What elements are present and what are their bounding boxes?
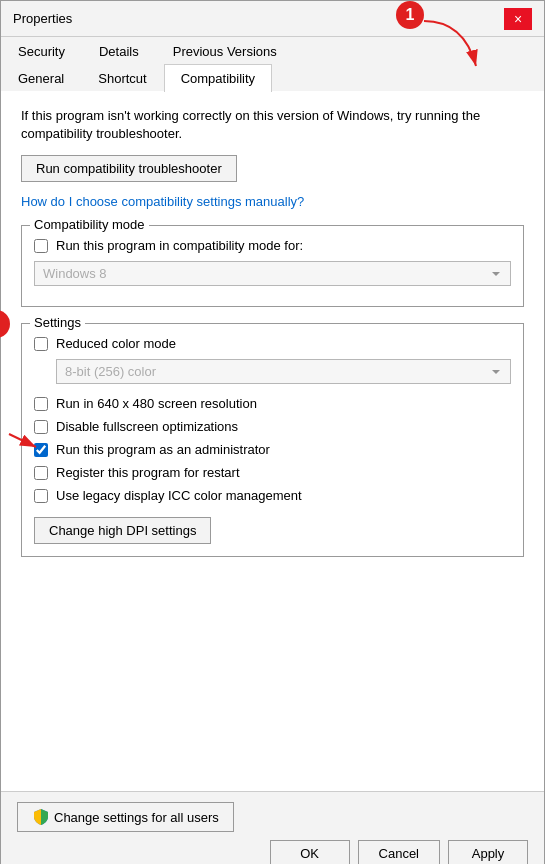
reduced-color-checkbox[interactable] [34, 337, 48, 351]
compatibility-mode-label: Compatibility mode [30, 217, 149, 232]
reduced-color-label[interactable]: Reduced color mode [56, 336, 176, 351]
register-restart-label[interactable]: Register this program for restart [56, 465, 240, 480]
compat-mode-select[interactable]: Windows 8 [34, 261, 511, 286]
run-640-checkbox[interactable] [34, 397, 48, 411]
register-restart-checkbox[interactable] [34, 466, 48, 480]
reduced-color-row: Reduced color mode [34, 336, 511, 351]
close-button[interactable]: × [504, 8, 532, 30]
run-640-row: Run in 640 x 480 screen resolution [34, 396, 511, 411]
compat-mode-checkbox-label[interactable]: Run this program in compatibility mode f… [56, 238, 303, 253]
legacy-icc-row: Use legacy display ICC color management [34, 488, 511, 503]
tab-details[interactable]: Details [82, 37, 156, 65]
run-640-label[interactable]: Run in 640 x 480 screen resolution [56, 396, 257, 411]
tab-shortcut[interactable]: Shortcut [81, 64, 163, 92]
info-description: If this program isn't working correctly … [21, 107, 524, 143]
shield-icon [32, 808, 50, 826]
legacy-icc-label[interactable]: Use legacy display ICC color management [56, 488, 302, 503]
change-dpi-button[interactable]: Change high DPI settings [34, 517, 211, 544]
run-admin-label[interactable]: Run this program as an administrator [56, 442, 270, 457]
legacy-icc-checkbox[interactable] [34, 489, 48, 503]
annotation-badge-1: 1 [396, 1, 424, 29]
tab-previous-versions[interactable]: Previous Versions [156, 37, 294, 65]
tab-security[interactable]: Security [1, 37, 82, 65]
run-troubleshooter-button[interactable]: Run compatibility troubleshooter [21, 155, 237, 182]
tab-row-2: General Shortcut Compatibility [1, 64, 544, 91]
compatibility-mode-group: Compatibility mode Run this program in c… [21, 225, 524, 307]
footer: Change settings for all users OK Cancel … [1, 791, 544, 864]
run-admin-checkbox[interactable] [34, 443, 48, 457]
cancel-button[interactable]: Cancel [358, 840, 440, 864]
tab-general[interactable]: General [1, 64, 81, 92]
tab-container: Security Details Previous Versions Gener… [1, 37, 544, 91]
window-title: Properties [13, 11, 72, 26]
help-link[interactable]: How do I choose compatibility settings m… [21, 194, 524, 209]
title-bar: Properties × [1, 1, 544, 37]
run-admin-row: Run this program as an administrator [34, 442, 511, 457]
action-buttons: OK Cancel Apply [17, 840, 528, 864]
properties-dialog: Properties × Security Details Previous V… [0, 0, 545, 864]
color-select[interactable]: 8-bit (256) color [56, 359, 511, 384]
disable-fullscreen-label[interactable]: Disable fullscreen optimizations [56, 419, 238, 434]
compat-mode-checkbox[interactable] [34, 239, 48, 253]
disable-fullscreen-row: Disable fullscreen optimizations [34, 419, 511, 434]
settings-group-label: Settings [30, 315, 85, 330]
change-settings-row: Change settings for all users [17, 802, 528, 832]
change-settings-label: Change settings for all users [54, 810, 219, 825]
compat-mode-checkbox-row: Run this program in compatibility mode f… [34, 238, 511, 253]
ok-button[interactable]: OK [270, 840, 350, 864]
tab-compatibility[interactable]: Compatibility [164, 64, 272, 92]
tab-row-1: Security Details Previous Versions [1, 37, 544, 64]
apply-button[interactable]: Apply [448, 840, 528, 864]
change-settings-button[interactable]: Change settings for all users [17, 802, 234, 832]
settings-group: Settings 2 Reduced color mode 8-bit (256… [21, 323, 524, 557]
register-restart-row: Register this program for restart [34, 465, 511, 480]
disable-fullscreen-checkbox[interactable] [34, 420, 48, 434]
tab-content-compatibility: 1 If this program isn't working correctl… [1, 91, 544, 791]
annotation-badge-2: 2 [0, 310, 10, 338]
